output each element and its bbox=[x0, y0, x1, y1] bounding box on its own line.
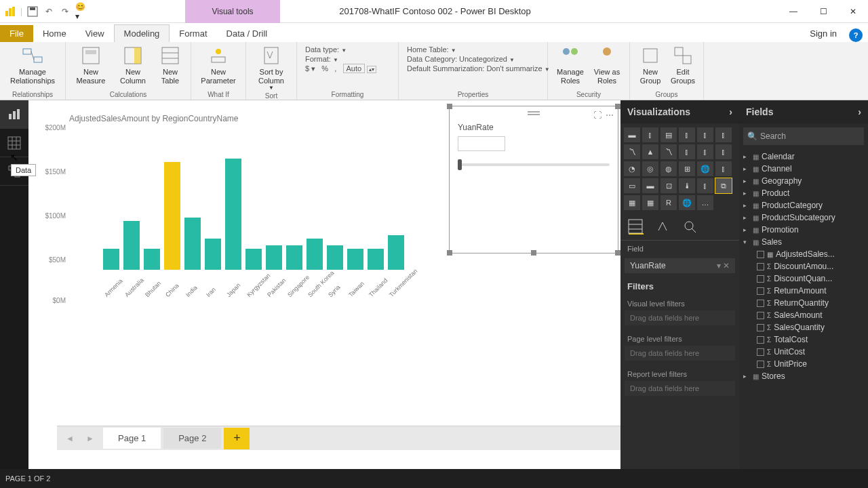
maximize-button[interactable]: ☐ bbox=[808, 0, 838, 23]
file-menu[interactable]: File bbox=[0, 25, 33, 42]
viz-type-icon-9[interactable]: ⫿ bbox=[679, 144, 695, 159]
viz-type-icon-7[interactable]: ▲ bbox=[642, 144, 658, 159]
bar-iran[interactable] bbox=[205, 239, 221, 270]
home-table-dropdown[interactable]: Home Table: ▼ bbox=[404, 45, 542, 54]
page-tab-2[interactable]: Page 2 bbox=[163, 428, 221, 449]
new-group-button[interactable]: New Group bbox=[635, 45, 665, 85]
currency-row[interactable]: $ ▾ % , Auto ▴▾ bbox=[302, 64, 393, 74]
resize-handle[interactable] bbox=[531, 250, 536, 256]
table-calendar[interactable]: ▸▦Calendar bbox=[742, 150, 865, 163]
save-icon[interactable] bbox=[26, 5, 39, 18]
data-category-dropdown[interactable]: Data Category: Uncategorized ▼ bbox=[404, 54, 542, 64]
minimize-button[interactable]: — bbox=[778, 0, 808, 23]
more-options-icon[interactable]: ⋯ bbox=[606, 110, 614, 120]
view-tab[interactable]: View bbox=[76, 25, 114, 42]
table-channel[interactable]: ▸▦Channel bbox=[742, 163, 865, 175]
table-sales[interactable]: ▾▦Sales bbox=[742, 236, 865, 248]
sign-in-link[interactable]: Sign in bbox=[803, 25, 844, 42]
edit-groups-button[interactable]: Edit Groups bbox=[668, 45, 698, 85]
viz-type-icon-19[interactable]: ▬ bbox=[642, 178, 658, 193]
new-column-button[interactable]: New Column bbox=[113, 45, 153, 85]
new-parameter-button[interactable]: New Parameter bbox=[197, 45, 240, 85]
viz-type-icon-22[interactable]: ⫿ bbox=[697, 178, 713, 193]
viz-type-icon-26[interactable]: R bbox=[660, 195, 677, 210]
table-productsubcategory[interactable]: ▸▦ProductSubcategory bbox=[742, 211, 865, 224]
redo-icon[interactable]: ↷ bbox=[59, 5, 71, 18]
table-productcategory[interactable]: ▸▦ProductCategory bbox=[742, 199, 865, 211]
viz-type-icon-18[interactable]: ▭ bbox=[624, 178, 640, 193]
viz-type-icon-8[interactable]: 〽 bbox=[660, 144, 677, 159]
slider-handle[interactable] bbox=[458, 159, 462, 170]
viz-type-icon-1[interactable]: ⫿ bbox=[642, 127, 658, 142]
field-adjustedsales[interactable]: ▦AdjustedSales... bbox=[742, 248, 865, 260]
manage-relationships-button[interactable]: Manage Relationships bbox=[5, 45, 60, 85]
viz-type-icon-23[interactable]: ⧉ bbox=[715, 178, 732, 193]
field-discountquan[interactable]: ΣDiscountQuan... bbox=[742, 272, 865, 285]
visual-header[interactable] bbox=[450, 106, 618, 120]
table-product[interactable]: ▸▦Product bbox=[742, 187, 865, 199]
data-type-dropdown[interactable]: Data type: ▼ bbox=[302, 45, 393, 54]
field-totalcost[interactable]: ΣTotalCost bbox=[742, 333, 865, 346]
resize-handle[interactable] bbox=[447, 104, 452, 109]
viz-type-icon-2[interactable]: ▤ bbox=[660, 127, 677, 142]
report-filter-well[interactable]: Drag data fields here bbox=[625, 381, 735, 396]
viz-type-icon-11[interactable]: ⫿ bbox=[715, 144, 732, 159]
viz-type-icon-4[interactable]: ⫿ bbox=[697, 127, 713, 142]
viz-type-icon-3[interactable]: ⫿ bbox=[679, 127, 695, 142]
viz-type-icon-25[interactable]: ▦ bbox=[642, 195, 658, 210]
table-promotion[interactable]: ▸▦Promotion bbox=[742, 224, 865, 236]
bar-chart-visual[interactable]: $200M $150M $100M $50M $0M ArmeniaAustra… bbox=[69, 124, 422, 300]
viz-type-icon-12[interactable]: ◔ bbox=[624, 161, 640, 176]
visual-filter-well[interactable]: Drag data fields here bbox=[625, 310, 735, 325]
bar-syria[interactable] bbox=[327, 245, 343, 270]
viz-type-icon-0[interactable]: ▬ bbox=[624, 127, 640, 142]
format-dropdown[interactable]: Format: ▼ bbox=[302, 54, 393, 64]
viz-type-icon-20[interactable]: ⊡ bbox=[660, 178, 677, 193]
viz-type-icon-6[interactable]: 〽 bbox=[624, 144, 640, 159]
modeling-tab[interactable]: Modeling bbox=[114, 24, 170, 42]
viz-type-icon-28[interactable]: … bbox=[697, 195, 713, 210]
bar-china[interactable] bbox=[164, 162, 180, 270]
new-measure-button[interactable]: New Measure bbox=[71, 45, 111, 85]
field-unitcost[interactable]: ΣUnitCost bbox=[742, 346, 865, 358]
viz-type-icon-27[interactable]: 🌐 bbox=[679, 195, 695, 210]
analytics-tab-icon[interactable] bbox=[683, 220, 698, 235]
fields-search-input[interactable]: 🔍 Search bbox=[743, 127, 864, 145]
viz-type-icon-15[interactable]: ⊞ bbox=[679, 161, 695, 176]
page-tab-1[interactable]: Page 1 bbox=[103, 428, 161, 449]
undo-icon[interactable]: ↶ bbox=[43, 5, 55, 18]
field-salesquantity[interactable]: ΣSalesQuantity bbox=[742, 321, 865, 333]
summarization-dropdown[interactable]: Default Summarization: Don't summarize ▼ bbox=[404, 64, 542, 73]
viz-type-icon-16[interactable]: 🌐 bbox=[697, 161, 713, 176]
report-view-button[interactable] bbox=[0, 100, 28, 129]
viz-type-icon-13[interactable]: ◎ bbox=[642, 161, 658, 176]
fields-tab-icon[interactable] bbox=[629, 220, 644, 235]
resize-handle[interactable] bbox=[615, 104, 620, 109]
next-page-button[interactable]: ► bbox=[80, 428, 100, 449]
table-geography[interactable]: ▸▦Geography bbox=[742, 175, 865, 187]
drag-grip-icon[interactable] bbox=[528, 111, 540, 115]
home-tab[interactable]: Home bbox=[33, 25, 76, 42]
bar-south korea[interactable] bbox=[307, 239, 323, 270]
field-well-value[interactable]: YuanRate▾ ✕ bbox=[625, 258, 735, 273]
viz-type-icon-21[interactable]: 🌡 bbox=[679, 178, 695, 193]
bar-singapore[interactable] bbox=[286, 245, 302, 270]
slicer-value-input[interactable] bbox=[458, 136, 505, 151]
bar-turkmenistan[interactable] bbox=[388, 235, 404, 270]
viz-type-icon-5[interactable]: ⫿ bbox=[715, 127, 732, 142]
field-unitprice[interactable]: ΣUnitPrice bbox=[742, 358, 865, 370]
table-stores[interactable]: ▸▦Stores bbox=[742, 370, 865, 382]
collapse-icon[interactable]: › bbox=[858, 106, 861, 117]
help-icon[interactable]: ? bbox=[849, 28, 863, 42]
manage-roles-button[interactable]: Manage Roles bbox=[553, 45, 587, 85]
visualizations-header[interactable]: Visualizations› bbox=[620, 100, 739, 123]
close-button[interactable]: ✕ bbox=[838, 0, 868, 23]
page-filter-well[interactable]: Drag data fields here bbox=[625, 346, 735, 361]
smiley-icon[interactable]: 😊▾ bbox=[75, 5, 87, 18]
add-page-button[interactable]: + bbox=[224, 428, 250, 449]
bar-australia[interactable] bbox=[123, 221, 140, 270]
bar-thailand[interactable] bbox=[368, 249, 384, 270]
slicer-visual[interactable]: ⛶ ⋯ YuanRate bbox=[449, 106, 618, 253]
datadrill-tab[interactable]: Data / Drill bbox=[217, 25, 277, 42]
fields-header[interactable]: Fields› bbox=[739, 100, 868, 123]
